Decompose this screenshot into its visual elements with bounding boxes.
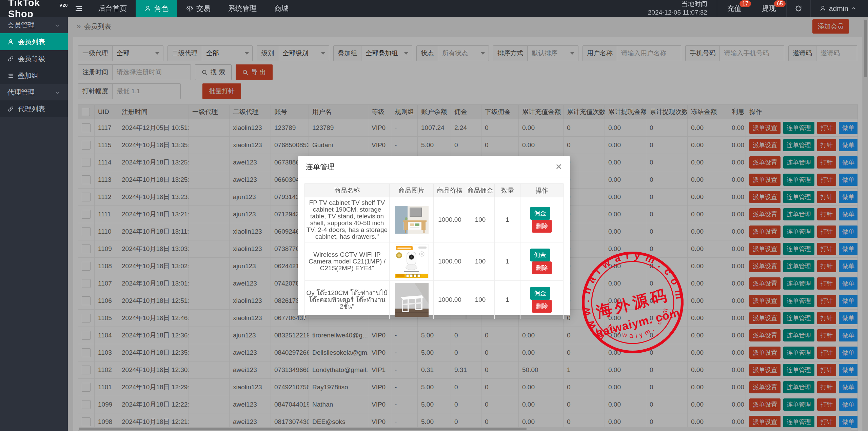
sidebar-group-agent[interactable]: 代理管理 (0, 84, 68, 100)
top-navbar: TikTok ShopV20 后台首页 角色 交易 系统管理 商城 当地时间 2… (0, 0, 868, 17)
refresh-button[interactable] (786, 0, 811, 17)
link-icon (7, 106, 14, 112)
product-name: FP TV cabinet TV shelf TV cabinet 190CM,… (305, 197, 390, 242)
sidebar-item-member-level[interactable]: 会员等级 (0, 50, 68, 67)
person-icon (7, 39, 14, 45)
scales-icon (186, 5, 193, 12)
modal-body: 商品名称 商品图片 商品价格 商品佣金 数量 操作 FP TV cabinet … (298, 177, 570, 325)
product-qty: 1 (495, 242, 520, 281)
desk-image (395, 283, 429, 317)
sidebar-item-stack-group[interactable]: 叠加组 (0, 67, 68, 84)
chain-order-modal: 连单管理 ✕ 商品名称 商品图片 商品价格 商品佣金 数量 操作 FP TV c… (298, 156, 570, 315)
product-price: 1000.00 (434, 242, 466, 281)
tv-cabinet-image (395, 206, 429, 234)
product-row: Oy โต๊ะ120CM โต๊ะทำงานไม้ โต๊ะคอมพิวเตอร… (305, 281, 564, 319)
product-actions: 佣金 删除 (520, 242, 564, 281)
product-row: Wireless CCTV WIFI IP Camera model C21(1… (305, 242, 564, 281)
nav-item-dashboard[interactable]: 后台首页 (90, 0, 136, 17)
commission-button[interactable]: 佣金 (530, 287, 550, 300)
product-commission: 100 (466, 281, 495, 319)
withdraw-badge: 65 (774, 0, 786, 7)
product-commission: 100 (466, 242, 495, 281)
ip-camera-image (395, 244, 429, 278)
product-price: 1000.00 (434, 197, 466, 242)
nav-item-roles[interactable]: 角色 (136, 0, 177, 17)
product-price: 1000.00 (434, 281, 466, 319)
chevron-down-icon (55, 90, 60, 95)
sidebar: 会员管理 会员列表 会员等级 叠加组 代理管理 代理列表 (0, 17, 68, 431)
nav-item-system[interactable]: 系统管理 (219, 0, 265, 17)
sidebar-group-member[interactable]: 会员管理 (0, 17, 68, 33)
commission-button[interactable]: 佣金 (530, 249, 550, 261)
nav-item-trade[interactable]: 交易 (177, 0, 219, 17)
product-row: FP TV cabinet TV shelf TV cabinet 190CM,… (305, 197, 564, 242)
product-qty: 1 (495, 281, 520, 319)
product-commission: 100 (466, 197, 495, 242)
product-header-row: 商品名称 商品图片 商品价格 商品佣金 数量 操作 (305, 184, 564, 197)
product-table-body: FP TV cabinet TV shelf TV cabinet 190CM,… (305, 197, 564, 319)
delete-button[interactable]: 删除 (532, 220, 552, 233)
product-image (390, 281, 434, 319)
recharge-badge: 17 (739, 0, 751, 7)
product-table: 商品名称 商品图片 商品价格 商品佣金 数量 操作 FP TV cabinet … (304, 183, 564, 319)
product-actions: 佣金 删除 (520, 197, 564, 242)
admin-username: admin (829, 4, 848, 13)
product-actions: 佣金 删除 (520, 281, 564, 319)
sidebar-item-agent-list[interactable]: 代理列表 (0, 100, 68, 117)
hamburger-menu-icon[interactable] (68, 0, 90, 17)
product-name: Wireless CCTV WIFI IP Camera model C21(1… (305, 242, 390, 281)
local-time-value: 2024-12-05 11:07:32 (648, 8, 707, 17)
local-time: 当地时间 2024-12-05 11:07:32 (638, 0, 717, 17)
chevron-down-icon (55, 22, 60, 28)
delete-button[interactable]: 删除 (532, 261, 552, 274)
sidebar-item-member-list[interactable]: 会员列表 (0, 33, 68, 50)
nav-item-mall[interactable]: 商城 (265, 0, 297, 17)
commission-button[interactable]: 佣金 (530, 207, 550, 220)
modal-header: 连单管理 ✕ (298, 156, 570, 177)
navbar-right: 当地时间 2024-12-05 11:07:32 充值 17 提现 65 adm… (638, 0, 868, 17)
product-image (390, 242, 434, 281)
close-icon[interactable]: ✕ (555, 163, 562, 171)
hamburger-icon (75, 4, 83, 13)
product-qty: 1 (495, 197, 520, 242)
person-icon (820, 5, 826, 12)
withdraw-link[interactable]: 提现 65 (752, 0, 786, 17)
delete-button[interactable]: 删除 (532, 300, 552, 313)
product-name: Oy โต๊ะ120CM โต๊ะทำงานไม้ โต๊ะคอมพิวเตอร… (305, 281, 390, 319)
refresh-icon (795, 5, 802, 12)
recharge-link[interactable]: 充值 17 (717, 0, 752, 17)
product-image (390, 197, 434, 242)
modal-title: 连单管理 (306, 162, 334, 172)
app-logo-version: V20 (59, 3, 68, 8)
app-logo: TikTok ShopV20 (0, 0, 68, 17)
local-time-label: 当地时间 (682, 0, 707, 8)
link-icon (7, 56, 14, 62)
chevron-up-icon (851, 6, 856, 11)
admin-menu[interactable]: admin (811, 0, 868, 17)
person-icon (144, 5, 151, 12)
stack-icon (7, 73, 14, 79)
